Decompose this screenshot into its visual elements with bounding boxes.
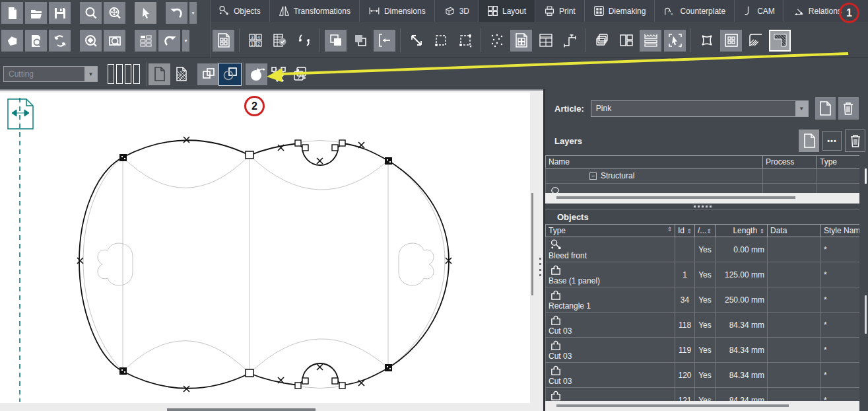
waste-area-button[interactable] — [769, 30, 791, 52]
zoom-pan-button[interactable] — [104, 2, 125, 24]
objects-col-data[interactable]: Data — [768, 225, 821, 237]
tab-transformations[interactable]: Transformations — [270, 0, 360, 22]
cutting-dropdown[interactable]: Cutting ▼ — [3, 66, 98, 82]
layers-col-type[interactable]: Type — [817, 156, 860, 168]
stack-sheets-button[interactable] — [591, 30, 613, 52]
layers-col-process[interactable]: Process — [763, 156, 817, 168]
rounded-shape-button[interactable] — [696, 30, 718, 52]
insert-left-button[interactable] — [374, 30, 395, 52]
section-splitter[interactable] — [545, 204, 859, 209]
hatch-corner-button[interactable] — [745, 30, 766, 52]
circle-square-button[interactable] — [219, 63, 241, 85]
refresh-button[interactable] — [49, 30, 71, 52]
connector-path-button[interactable] — [559, 30, 581, 52]
pattern-dots-button[interactable] — [486, 30, 508, 52]
open-button[interactable] — [25, 2, 47, 24]
sort-icon[interactable]: ⇕ — [667, 226, 672, 233]
page-plain-button[interactable] — [149, 63, 170, 85]
bomb-button[interactable] — [246, 63, 267, 85]
object-row[interactable]: Cut 03 118Yes 84.34 mm* — [546, 313, 860, 338]
tab-counterplate[interactable]: xCounterplate — [655, 0, 735, 22]
sheet-layout-button[interactable] — [213, 30, 234, 52]
sheet-check-button[interactable] — [269, 30, 290, 52]
recompute-button[interactable] — [289, 63, 311, 85]
zoom-document-button[interactable] — [25, 30, 47, 52]
sort-icon[interactable]: ⇕ — [706, 228, 712, 235]
zoom-selection-button[interactable] — [80, 30, 102, 52]
redo-button[interactable] — [158, 30, 180, 52]
objects-col-style[interactable]: Style Name — [821, 225, 860, 237]
snap-cursor-button[interactable] — [664, 30, 686, 52]
shape-fill-button[interactable] — [1, 30, 23, 52]
drawing-canvas[interactable] — [0, 93, 530, 403]
new-document-button[interactable] — [1, 2, 23, 24]
sort-icon[interactable]: ⇕ — [686, 228, 692, 235]
undo-dropdown[interactable]: ▾ — [189, 2, 197, 24]
copy-front-button[interactable] — [325, 30, 347, 52]
tab-objects[interactable]: Objects — [210, 0, 270, 22]
object-row[interactable]: Bleed front Yes 0.00 mm* — [546, 237, 860, 262]
delete-layer-button[interactable] — [845, 130, 865, 152]
numbered-panels-button[interactable]: 3412 — [244, 30, 266, 52]
resize-diagonal-button[interactable] — [405, 30, 427, 52]
tab-layout[interactable]: Layout — [479, 0, 535, 22]
object-row[interactable]: Cut 03 120Yes 84.34 mm* — [546, 363, 860, 388]
objects-vscroll-thumb[interactable] — [865, 295, 867, 334]
sync-button[interactable] — [293, 30, 315, 52]
objects-col-length[interactable]: Length ⇕ — [716, 225, 768, 237]
canvas-vertical-scrollbar[interactable] — [531, 193, 533, 295]
undo-button[interactable] — [166, 2, 187, 24]
object-row[interactable]: Cut 03 119Yes 84.34 mm* — [546, 338, 860, 363]
split-panels-button[interactable] — [615, 30, 637, 52]
layout-manager-button[interactable] — [135, 30, 156, 52]
margin-select-alt-button[interactable] — [454, 30, 476, 52]
article-dropdown[interactable]: Pink ▼ — [591, 100, 809, 117]
save-button[interactable] — [49, 2, 71, 24]
node-handles[interactable] — [77, 137, 451, 392]
eye-icon[interactable] — [550, 185, 560, 193]
new-article-button[interactable] — [815, 97, 836, 120]
layers-row-structural[interactable]: −Structural — [546, 168, 860, 184]
tab-3d[interactable]: 3D — [435, 0, 479, 22]
zoom-window-button[interactable] — [104, 30, 125, 52]
layers-col-name[interactable]: Name — [546, 156, 763, 168]
bridges-button[interactable] — [640, 30, 661, 52]
tab-cam[interactable]: CAM — [735, 0, 784, 22]
object-row[interactable]: Rectangle 1 34Yes 250.00 mm* — [546, 287, 860, 313]
layers-row-partial[interactable] — [546, 184, 860, 194]
layers-hscroll-track[interactable] — [545, 193, 859, 204]
canvas-horizontal-scrollbar[interactable] — [167, 408, 316, 411]
tab-diemaking[interactable]: Diemaking — [585, 0, 655, 22]
overlap-squares-button[interactable] — [197, 63, 219, 85]
panel-splitter-handle[interactable] — [539, 258, 542, 276]
tab-print[interactable]: Print — [535, 0, 585, 22]
tree-collapse-icon[interactable]: − — [589, 172, 597, 180]
layer-more-button[interactable]: ••• — [822, 131, 842, 151]
layers-hscroll-thumb[interactable] — [556, 196, 795, 199]
objects-hscroll-track[interactable] — [545, 401, 859, 411]
chevron-down-icon[interactable]: ▼ — [795, 101, 808, 116]
panel-vertical-scroll-rail[interactable] — [861, 155, 868, 411]
vertical-panels-button[interactable] — [103, 62, 144, 87]
objects-col-type[interactable]: Type ⇕ — [546, 225, 675, 237]
zoom-button[interactable] — [80, 2, 102, 24]
objects-col-id[interactable]: Id ⇕ — [675, 225, 695, 237]
redo-dropdown[interactable]: ▾ — [182, 30, 189, 52]
new-layer-button[interactable] — [799, 130, 819, 152]
delete-between-button[interactable] — [267, 63, 289, 85]
objects-col-visible[interactable]: /...⇕ — [695, 225, 716, 237]
cut-outline[interactable] — [79, 140, 449, 389]
grid-cells-button[interactable] — [720, 30, 742, 52]
sort-icon[interactable]: ⇕ — [759, 228, 764, 235]
layers-vscroll-thumb[interactable] — [865, 168, 867, 184]
object-row[interactable]: Base (1 panel) 1Yes 125.00 mm* — [546, 262, 860, 287]
chevron-down-icon[interactable]: ▼ — [84, 67, 97, 81]
objects-hscroll-thumb[interactable] — [556, 404, 789, 407]
grid-rows-button[interactable] — [535, 30, 556, 52]
delete-article-button[interactable] — [838, 97, 859, 120]
tab-dimensions[interactable]: Dimensions — [360, 0, 435, 22]
page-hatch-button[interactable] — [170, 63, 192, 85]
sheet-grid-button[interactable] — [510, 30, 532, 52]
object-row[interactable]: Cut 03 121Yes 84.34 mm* — [546, 388, 860, 402]
copy-behind-button[interactable] — [349, 30, 371, 52]
